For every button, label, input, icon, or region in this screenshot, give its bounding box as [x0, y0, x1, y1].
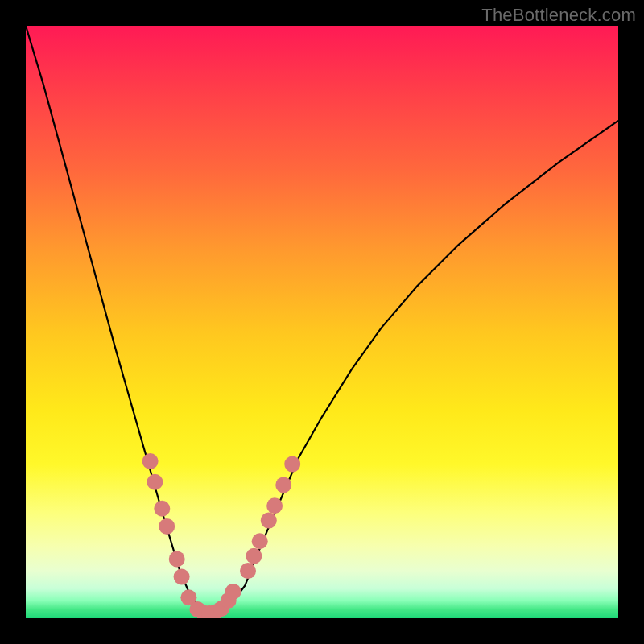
marker-dot — [240, 563, 256, 579]
marker-dot — [142, 453, 159, 469]
curve-svg — [26, 26, 618, 618]
marker-dot — [154, 501, 170, 517]
marker-dot — [225, 584, 242, 600]
marker-dot — [266, 497, 283, 514]
marker-dot — [284, 456, 300, 473]
marker-dot — [159, 518, 175, 535]
marker-dot — [246, 548, 262, 564]
marker-dot — [252, 533, 268, 549]
plot-area — [26, 26, 618, 618]
curve-path — [26, 26, 618, 613]
marker-dot — [147, 474, 163, 490]
marker-dot — [169, 551, 185, 567]
marker-dot — [275, 477, 291, 493]
marker-dot — [261, 513, 277, 529]
marker-dots — [142, 453, 301, 618]
watermark-text: TheBottleneck.com — [481, 5, 636, 26]
marker-dot — [174, 569, 190, 585]
chart-frame: TheBottleneck.com — [0, 0, 644, 644]
